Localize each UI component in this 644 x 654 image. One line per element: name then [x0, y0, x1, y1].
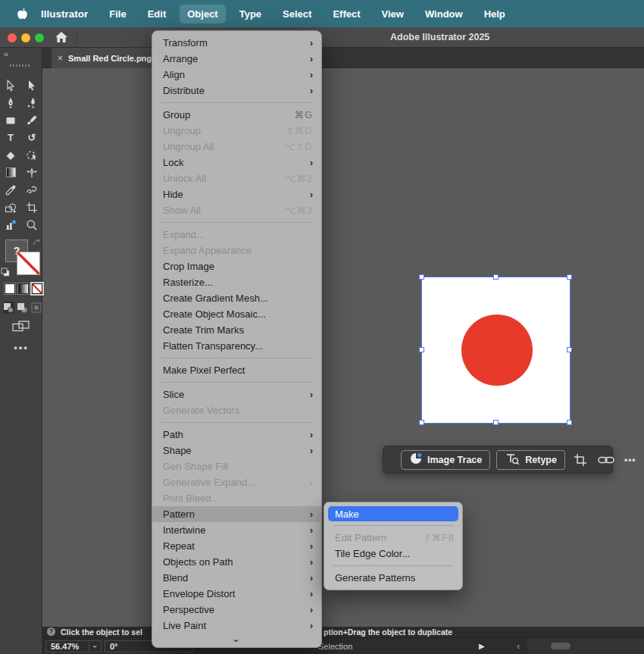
- graph-tool[interactable]: [1, 216, 20, 233]
- stroke-color-swatch[interactable]: [17, 252, 40, 275]
- minimize-window-button[interactable]: [21, 33, 30, 42]
- collapse-panel-icon[interactable]: «: [4, 49, 8, 58]
- menubar-item-type[interactable]: Type: [232, 5, 269, 23]
- menubar-item-effect[interactable]: Effect: [325, 5, 367, 23]
- gradient-button[interactable]: [18, 283, 29, 294]
- object-menu-item-group[interactable]: Group⌘G: [152, 107, 321, 123]
- object-menu-item-envelope-distort[interactable]: Envelope Distort›: [152, 586, 321, 602]
- object-menu-item-blend[interactable]: Blend›: [152, 570, 321, 586]
- object-menu-item-objects-on-path[interactable]: Objects on Path›: [152, 554, 321, 570]
- zoom-tool[interactable]: [22, 216, 42, 233]
- zoom-level-control[interactable]: 56.47% ›: [45, 640, 102, 652]
- draw-behind-icon[interactable]: [17, 302, 28, 314]
- more-options-icon[interactable]: •••: [623, 455, 636, 465]
- curvature-tool[interactable]: [22, 94, 42, 111]
- selection-handle[interactable]: [419, 347, 424, 352]
- selection-handle[interactable]: [567, 274, 572, 280]
- scrollbar-thumb[interactable]: [551, 643, 571, 649]
- selection-handle[interactable]: [567, 347, 572, 352]
- draw-normal-icon[interactable]: [3, 302, 14, 314]
- object-menu-item-perspective[interactable]: Perspective›: [152, 602, 321, 618]
- object-menu-item-create-trim-marks[interactable]: Create Trim Marks: [152, 322, 321, 338]
- selection-tool[interactable]: [1, 77, 20, 94]
- selection-handle[interactable]: [493, 420, 499, 425]
- object-menu-item-crop-image[interactable]: Crop Image: [152, 258, 321, 274]
- object-menu-item-shape[interactable]: Shape›: [152, 443, 321, 458]
- object-menu-item-repeat[interactable]: Repeat›: [152, 538, 321, 554]
- eyedropper-tool[interactable]: [1, 181, 20, 199]
- draw-inside-icon[interactable]: [31, 302, 42, 314]
- scroll-left-icon[interactable]: ‹: [517, 638, 520, 654]
- shape-builder-tool[interactable]: [1, 199, 20, 216]
- toolbar-overflow-icon[interactable]: •••: [0, 342, 42, 353]
- artboard[interactable]: [422, 277, 570, 423]
- pattern-submenu-item-generate-patterns[interactable]: Generate Patterns: [324, 570, 462, 586]
- object-menu-item-arrange[interactable]: Arrange›: [152, 51, 321, 67]
- menubar-item-select[interactable]: Select: [275, 5, 319, 23]
- home-icon[interactable]: [55, 31, 68, 46]
- retype-button[interactable]: Retype: [496, 450, 565, 470]
- artboard-tool[interactable]: [22, 199, 42, 216]
- pattern-submenu-item-tile-edge-color[interactable]: Tile Edge Color...: [324, 546, 462, 562]
- close-window-button[interactable]: [8, 33, 17, 42]
- menubar-item-help[interactable]: Help: [477, 5, 513, 23]
- object-menu-item-pattern[interactable]: Pattern›: [152, 506, 321, 522]
- panel-grip[interactable]: [10, 64, 31, 67]
- chevron-down-icon[interactable]: ›: [89, 642, 101, 651]
- object-menu-item-transform[interactable]: Transform›: [152, 35, 321, 51]
- object-menu-item-distribute[interactable]: Distribute›: [152, 83, 321, 99]
- pen-tool[interactable]: [1, 94, 20, 111]
- zoom-window-button[interactable]: [35, 33, 44, 42]
- horizontal-scrollbar[interactable]: [527, 638, 644, 654]
- width-tool[interactable]: [22, 164, 42, 181]
- color-button[interactable]: [5, 283, 15, 294]
- selection-handle[interactable]: [419, 420, 424, 425]
- object-menu-item-flatten-transparency[interactable]: Flatten Transparency...: [152, 338, 321, 354]
- rotate-tool[interactable]: ↺: [22, 129, 42, 146]
- swap-fill-stroke-icon[interactable]: [33, 236, 42, 249]
- tab-close-icon[interactable]: ×: [58, 53, 63, 64]
- object-menu-item-create-object-mosaic[interactable]: Create Object Mosaic...: [152, 306, 321, 322]
- object-menu-item-make-pixel-perfect[interactable]: Make Pixel Perfect: [152, 362, 321, 378]
- type-tool[interactable]: T: [1, 129, 20, 146]
- object-menu-item-slice[interactable]: Slice›: [152, 386, 321, 402]
- object-menu-item-path[interactable]: Path›: [152, 427, 321, 443]
- image-trace-button[interactable]: Image Trace: [401, 450, 490, 470]
- selection-handle[interactable]: [493, 274, 499, 280]
- menubar-item-window[interactable]: Window: [417, 5, 470, 23]
- menubar-item-view[interactable]: View: [374, 5, 411, 23]
- crop-icon[interactable]: [571, 453, 589, 467]
- pattern-submenu-item-make[interactable]: Make: [328, 506, 458, 521]
- gradient-tool[interactable]: [1, 164, 20, 181]
- screen-mode-icon[interactable]: [12, 321, 30, 336]
- object-menu-item-intertwine[interactable]: Intertwine›: [152, 522, 321, 538]
- object-menu-item-lock[interactable]: Lock›: [152, 155, 321, 171]
- document-tab[interactable]: × Small Red Circle.png*: [52, 48, 166, 68]
- direct-selection-tool[interactable]: [22, 77, 42, 94]
- default-colors-icon[interactable]: [1, 266, 10, 280]
- menubar-item-edit[interactable]: Edit: [140, 5, 174, 23]
- object-menu: Transform›Arrange›Align›Distribute›Group…: [152, 30, 322, 648]
- object-menu-item-align[interactable]: Align›: [152, 67, 321, 83]
- object-menu-item-create-gradient-mesh[interactable]: Create Gradient Mesh...: [152, 290, 321, 306]
- object-menu-item-hide[interactable]: Hide›: [152, 186, 321, 202]
- selection-handle[interactable]: [567, 420, 572, 425]
- app-menu[interactable]: Illustrator: [41, 8, 88, 20]
- apple-menu-icon[interactable]: [11, 8, 33, 20]
- red-circle-image[interactable]: [461, 314, 533, 386]
- link-icon[interactable]: [596, 455, 617, 465]
- selection-handle[interactable]: [419, 274, 424, 280]
- rectangle-tool[interactable]: [1, 111, 20, 129]
- object-menu-item-rasterize[interactable]: Rasterize...: [152, 274, 321, 290]
- menubar-item-object[interactable]: Object: [180, 5, 225, 23]
- status-expand-icon[interactable]: ▶: [479, 638, 485, 654]
- object-menu-scroll-more-icon[interactable]: ›: [152, 634, 321, 646]
- object-menu-item-live-paint[interactable]: Live Paint›: [152, 618, 321, 634]
- paintbrush-tool[interactable]: [22, 111, 42, 129]
- warp-tool[interactable]: [22, 181, 42, 199]
- submenu-arrow-icon: ›: [310, 37, 313, 49]
- eraser-tool[interactable]: ◆: [1, 146, 20, 164]
- menubar-item-file[interactable]: File: [102, 5, 133, 23]
- none-button[interactable]: [32, 283, 42, 294]
- rotate-view-tool[interactable]: [22, 146, 42, 164]
